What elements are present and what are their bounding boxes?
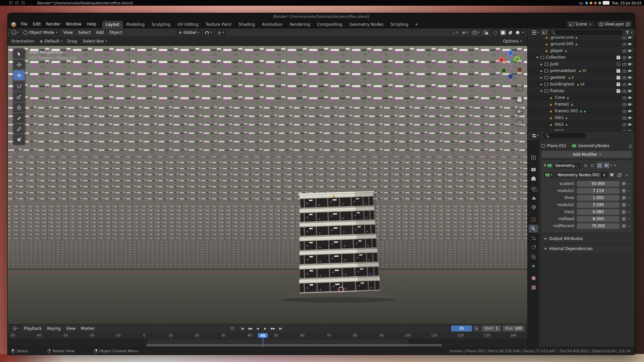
tab-texture[interactable]: [529, 284, 538, 292]
workspace-tab-texture-paint[interactable]: Texture Paint: [202, 21, 235, 28]
extras-dot-icon[interactable]: [628, 225, 630, 227]
outliner-row-ground-005[interactable]: ▲ground.005▲: [528, 41, 635, 47]
tab-modifiers[interactable]: [529, 225, 538, 233]
disable-render-icon[interactable]: [628, 109, 633, 113]
realtime-toggle[interactable]: [597, 163, 602, 168]
new-node-group-button[interactable]: [616, 172, 622, 178]
workspace-tab-sculpting[interactable]: Sculpting: [148, 21, 174, 28]
object-name[interactable]: frame1: [555, 102, 569, 107]
tray-icon[interactable]: [590, 2, 592, 4]
tab-particles[interactable]: [529, 234, 538, 242]
timeline-track-area[interactable]: -50-40-30-20-100102030405060708090100110…: [8, 333, 527, 347]
add-modifier-button[interactable]: Add Modifier ▾: [542, 151, 632, 158]
3d-scene[interactable]: [8, 46, 527, 324]
snap-toggle[interactable]: ▾: [203, 29, 214, 36]
tab-object-data[interactable]: ▼: [529, 262, 538, 270]
outliner-row-buildingtest[interactable]: ▶buildingtest▲16: [528, 81, 635, 87]
extras-dot-icon[interactable]: [628, 211, 630, 213]
camera-view-button[interactable]: [515, 107, 524, 116]
object-name[interactable]: Cone: [555, 95, 565, 100]
timeline-menu-marker[interactable]: Marker: [78, 324, 97, 333]
collection-checkbox[interactable]: [616, 76, 620, 79]
current-frame-field[interactable]: 45: [451, 325, 472, 331]
hide-viewport-icon[interactable]: [622, 69, 627, 73]
param-value-field[interactable]: 1.000: [577, 195, 620, 201]
disable-render-icon[interactable]: [628, 122, 633, 127]
scene-selector[interactable]: Scene ×: [567, 21, 594, 27]
modifier-extras-icon[interactable]: ▾: [611, 164, 612, 167]
outliner-row-frame1[interactable]: ▲frame1▲: [528, 101, 635, 108]
extras-dot-icon[interactable]: [628, 190, 630, 192]
outliner-editor-type-button[interactable]: ▾: [530, 29, 540, 36]
object-name[interactable]: junk: [550, 62, 559, 66]
menu-render[interactable]: Render: [43, 20, 63, 28]
object-name[interactable]: tile1: [555, 115, 564, 120]
extras-dot-icon[interactable]: [628, 183, 630, 185]
collection-checkbox[interactable]: [616, 89, 620, 93]
breadcrumb-object[interactable]: Plane.052: [547, 143, 566, 148]
disclosure-icon[interactable]: ▶: [540, 69, 543, 72]
disclosure-icon[interactable]: ▶: [540, 63, 543, 66]
param-value-field[interactable]: 7.119: [577, 188, 620, 194]
blender-menu-button[interactable]: [9, 20, 18, 28]
gizmo-neg-z-axis[interactable]: [508, 74, 513, 79]
zoom-view-button[interactable]: [515, 83, 524, 92]
viewport-menu-select[interactable]: Select: [75, 28, 93, 37]
tab-constraints[interactable]: [529, 253, 538, 261]
timeline-scrollbar[interactable]: [146, 344, 442, 346]
param-value-field[interactable]: 3.590: [577, 202, 620, 208]
disable-render-icon[interactable]: [628, 129, 633, 131]
cursor-tool[interactable]: [13, 60, 25, 69]
input-attribute-toggle-icon[interactable]: [621, 181, 627, 187]
transform-tool[interactable]: [13, 103, 25, 112]
properties-editor-type-button[interactable]: ▾: [530, 132, 540, 139]
extras-dot-icon[interactable]: [628, 218, 630, 220]
next-keyframe-button[interactable]: ▶▶: [269, 325, 276, 331]
preview-range-toggle[interactable]: [473, 325, 480, 331]
param-value-field[interactable]: 0.080: [577, 209, 620, 215]
collection-checkbox[interactable]: [616, 69, 620, 73]
gizmo-neg-y-axis[interactable]: [501, 68, 506, 73]
keyboard-layout-indicator[interactable]: us: [579, 1, 583, 5]
menu-file[interactable]: File: [18, 20, 30, 28]
drag-dropdown[interactable]: Select Box▾: [80, 38, 109, 45]
menu-edit[interactable]: Edit: [30, 20, 43, 28]
3d-viewport[interactable]: User Perspective (45) frames | Plane.052: [8, 46, 527, 324]
viewport-menu-view[interactable]: View: [61, 28, 75, 37]
tab-physics[interactable]: [529, 243, 538, 251]
object-name[interactable]: ground.005: [550, 42, 574, 46]
outliner-row-collection[interactable]: ▼Collection: [528, 54, 635, 61]
unlink-node-group-button[interactable]: ×: [624, 172, 630, 178]
view-gizmo[interactable]: X Y Z: [494, 49, 527, 81]
node-group-users-button[interactable]: 6: [601, 172, 607, 178]
disable-render-icon[interactable]: [628, 62, 633, 66]
annotate-tool[interactable]: [13, 113, 25, 123]
hide-viewport-icon[interactable]: [622, 55, 627, 60]
workspace-tab-rendering[interactable]: Rendering: [286, 21, 313, 28]
param-value-field[interactable]: 70.000: [577, 223, 620, 229]
select-box-tool[interactable]: [13, 49, 25, 59]
os-app-icon[interactable]: [9, 2, 12, 4]
disable-render-icon[interactable]: [628, 89, 633, 93]
disable-render-icon[interactable]: [628, 75, 633, 80]
param-value-field[interactable]: 8.000: [577, 216, 620, 222]
object-name[interactable]: buildingtest: [550, 82, 574, 86]
shading-material-button[interactable]: [507, 30, 514, 35]
frame-end-field[interactable]: End100: [503, 325, 525, 331]
object-name[interactable]: frame1.001: [555, 109, 578, 113]
workspace-tab-shading[interactable]: Shading: [235, 21, 258, 28]
input-attribute-toggle-icon[interactable]: [621, 202, 627, 208]
pan-view-button[interactable]: [515, 95, 524, 104]
shading-wireframe-button[interactable]: [493, 30, 499, 35]
auto-keying-toggle[interactable]: [229, 325, 235, 331]
disclosure-icon[interactable]: ▼: [540, 89, 543, 93]
tab-object[interactable]: [529, 215, 538, 223]
remove-modifier-icon[interactable]: ×: [613, 164, 616, 167]
disclosure-icon[interactable]: ▶: [540, 83, 543, 86]
input-attribute-toggle-icon[interactable]: [621, 216, 627, 222]
add-workspace-button[interactable]: +: [412, 21, 421, 28]
os-app-icon[interactable]: [15, 2, 18, 4]
outliner-row-geotest[interactable]: ▶geotest▲3: [528, 74, 635, 81]
proportional-edit-dropdown[interactable]: ◎▾: [215, 29, 226, 36]
hide-viewport-icon[interactable]: [622, 96, 627, 100]
